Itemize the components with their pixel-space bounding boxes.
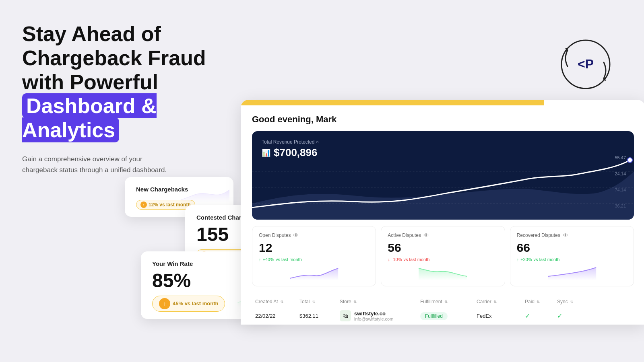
row-total: $362.11 xyxy=(299,313,340,319)
win-rate-badge-text: 45% vs last month xyxy=(173,300,218,306)
stat-recovered-disputes: Recovered Disputes 👁 66 ↑ +20% vs last m… xyxy=(510,226,634,286)
win-rate-badge: ↑ 45% vs last month xyxy=(152,296,225,312)
open-disputes-label: Open Disputes 👁 xyxy=(259,232,369,239)
table-row: 22/02/22 $362.11 🛍 swiftstyle.co info@sw… xyxy=(252,307,634,325)
row-fulfillment: Fullfilled xyxy=(420,313,477,319)
stat-open-disputes: Open Disputes 👁 12 ↑ +40% vs last month xyxy=(252,226,376,286)
stat-active-disputes: Active Disputes 👁 56 ↓ -10% vs last mont… xyxy=(381,226,505,286)
chart-area: Total Revenue Protected ○ 📊 $700,896 55.… xyxy=(252,131,634,220)
row-paid: ✓ xyxy=(525,312,557,320)
row-sync: ✓ xyxy=(557,312,581,320)
main-headline: Stay Ahead of Chargeback Fraud with Powe… xyxy=(22,22,231,142)
col-header-total: Total ⇅ xyxy=(299,299,340,304)
open-disputes-eye-icon: 👁 xyxy=(293,232,299,239)
row-date: 22/02/22 xyxy=(255,313,299,319)
headline-highlight: Dashboard & Analytics xyxy=(22,93,157,142)
store-email: info@swiftstyle.com xyxy=(354,317,393,321)
store-avatar: 🛍 xyxy=(340,310,351,321)
active-disputes-label: Active Disputes 👁 xyxy=(388,232,498,239)
fulfillment-badge: Fullfilled xyxy=(420,312,448,320)
col-header-date: Created At ⇅ xyxy=(255,299,299,304)
row-carrier: FedEx xyxy=(477,313,525,319)
open-disputes-change: ↑ +40% vs last month xyxy=(259,257,369,262)
row-store: 🛍 swiftstyle.co info@swiftstyle.com xyxy=(340,310,420,321)
col-header-paid: Paid ⇅ xyxy=(525,299,557,304)
active-disputes-chart xyxy=(388,264,498,280)
store-name: swiftstyle.co xyxy=(354,311,393,317)
recovered-disputes-value: 66 xyxy=(517,241,627,255)
active-disputes-eye-icon: 👁 xyxy=(423,232,429,239)
recovered-disputes-chart xyxy=(517,264,627,280)
headline-line1: Stay Ahead of Chargeback Fraud xyxy=(22,22,206,70)
subtitle: Gain a comprehensive overview of your ch… xyxy=(22,154,175,175)
table-area: Created At ⇅ Total ⇅ Store ⇅ Fulfillment… xyxy=(252,293,634,325)
svg-point-2 xyxy=(627,158,632,162)
col-header-store: Store ⇅ xyxy=(340,299,420,304)
left-panel: Stay Ahead of Chargeback Fraud with Powe… xyxy=(22,22,231,200)
col-header-sync: Sync ⇅ xyxy=(557,299,581,304)
headline-line2-prefix: with Powerful xyxy=(22,70,158,94)
paid-check-icon: ✓ xyxy=(525,313,530,319)
sync-check-icon: ✓ xyxy=(557,313,562,319)
table-header: Created At ⇅ Total ⇅ Store ⇅ Fulfillment… xyxy=(252,296,634,307)
svg-text:<P: <P xyxy=(578,57,594,71)
active-disputes-change: ↓ -10% vs last month xyxy=(388,257,498,262)
stats-row: Open Disputes 👁 12 ↑ +40% vs last month xyxy=(252,226,634,286)
active-disputes-value: 56 xyxy=(388,241,498,255)
open-disputes-chart xyxy=(259,264,369,280)
recovered-disputes-change: ↑ +20% vs last month xyxy=(517,257,627,262)
col-header-carrier: Carrier ⇅ xyxy=(477,299,525,304)
col-header-fulfillment: Fulfillment ⇅ xyxy=(420,299,477,304)
dashboard: Good evening, Mark Total Revenue Protect… xyxy=(241,100,644,325)
brand-logo: <P xyxy=(559,38,612,90)
chart-svg xyxy=(252,155,634,220)
revenue-label: Total Revenue Protected ○ xyxy=(262,139,624,145)
recovered-disputes-label: Recovered Disputes 👁 xyxy=(517,232,627,239)
dashboard-topbar xyxy=(241,100,644,105)
recovered-disputes-eye-icon: 👁 xyxy=(563,232,568,239)
open-disputes-value: 12 xyxy=(259,241,369,255)
dashboard-greeting: Good evening, Mark xyxy=(252,114,634,125)
